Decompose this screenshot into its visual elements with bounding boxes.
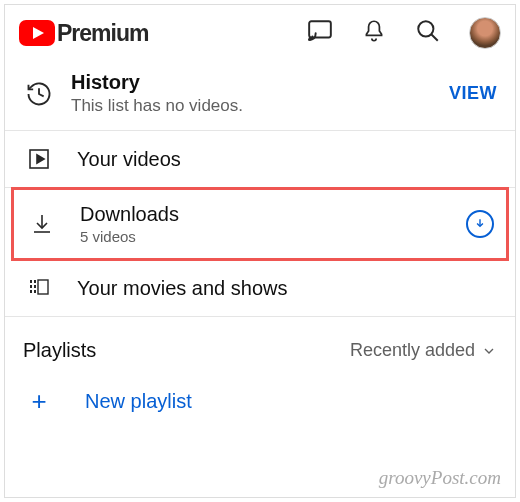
sort-label: Recently added [350,340,475,361]
download-icon [26,212,58,236]
downloads-subtitle: 5 videos [80,228,466,245]
svg-rect-13 [34,285,36,288]
svg-rect-15 [38,280,48,294]
new-playlist-label: New playlist [85,390,192,413]
svg-rect-11 [30,290,32,293]
cast-icon[interactable] [307,18,333,48]
svg-rect-1 [309,21,331,37]
playlists-title: Playlists [23,339,350,362]
your-videos-row[interactable]: Your videos [5,131,515,188]
brand-text: Premium [57,20,148,47]
svg-rect-9 [30,280,32,283]
film-icon [23,276,55,300]
svg-point-2 [309,38,311,40]
playlists-header: Playlists Recently added [5,317,515,372]
svg-rect-12 [34,280,36,283]
svg-line-4 [431,34,438,41]
top-bar: Premium [5,5,515,61]
watermark: groovyPost.com [379,467,501,489]
svg-point-3 [418,21,433,36]
svg-rect-14 [34,290,36,293]
new-playlist-row[interactable]: + New playlist [5,372,515,431]
downloads-row[interactable]: Downloads 5 videos [11,187,509,261]
plus-icon: + [23,386,55,417]
downloads-title: Downloads [80,203,466,226]
avatar[interactable] [469,17,501,49]
history-icon [23,80,55,108]
play-box-icon [23,147,55,171]
playlists-sort[interactable]: Recently added [350,340,497,361]
movies-shows-label: Your movies and shows [77,277,497,300]
youtube-icon [19,20,55,46]
view-link[interactable]: VIEW [449,83,497,104]
movies-shows-row[interactable]: Your movies and shows [5,260,515,317]
history-title: History [71,71,449,94]
youtube-premium-logo[interactable]: Premium [19,20,148,47]
chevron-down-icon [481,343,497,359]
notifications-icon[interactable] [361,18,387,48]
search-icon[interactable] [415,18,441,48]
your-videos-label: Your videos [77,148,497,171]
history-subtitle: This list has no videos. [71,96,449,116]
svg-rect-10 [30,285,32,288]
history-section[interactable]: History This list has no videos. VIEW [5,61,515,131]
download-progress-icon [466,210,494,238]
